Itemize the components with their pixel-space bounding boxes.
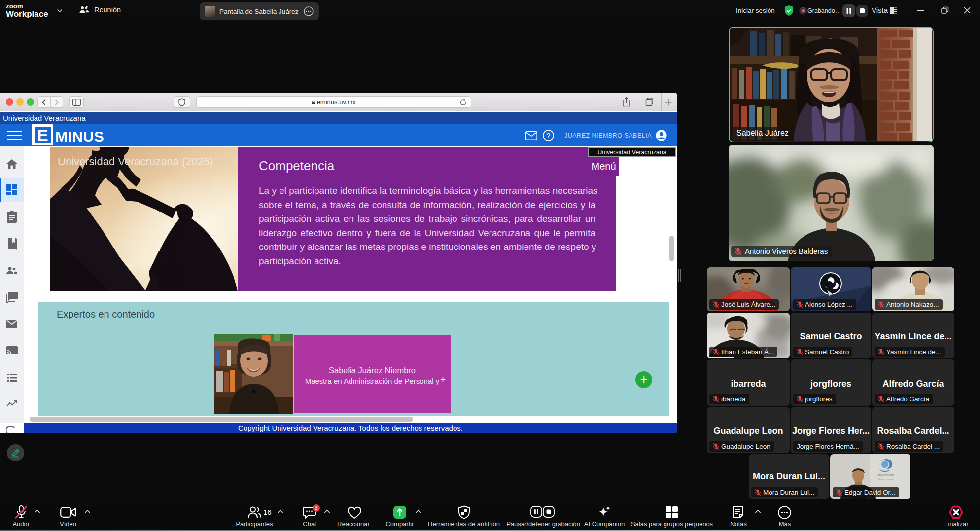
- svg-text:?: ?: [547, 132, 551, 140]
- svg-text:Veracruzana: Veracruzana: [878, 478, 894, 481]
- svg-text:Universidad: Universidad: [877, 473, 894, 477]
